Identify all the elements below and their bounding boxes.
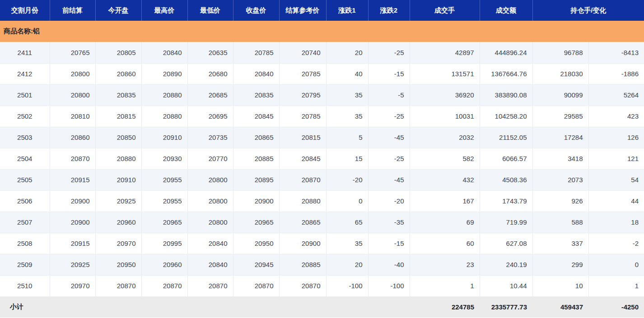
value-cell: 337 — [532, 233, 588, 254]
value-cell: -100 — [368, 275, 410, 296]
value-cell: 20 — [326, 254, 368, 275]
value-cell: 20840 — [233, 63, 279, 84]
value-cell: 96788 — [532, 42, 588, 63]
value-cell: 432 — [410, 169, 480, 190]
value-cell: 20815 — [95, 106, 141, 127]
subtotal-value — [187, 296, 233, 318]
value-cell: 20785 — [279, 63, 326, 84]
delivery-month-cell: 2502 — [0, 106, 50, 127]
delivery-month-cell: 2510 — [0, 275, 50, 296]
value-cell: 20840 — [187, 254, 233, 275]
value-cell: 20925 — [50, 254, 95, 275]
subtotal-row: 小计2247852335777.73459437-4250 — [0, 296, 644, 318]
value-cell: 20880 — [141, 106, 187, 127]
value-cell: 20915 — [50, 169, 95, 190]
value-cell: 10.44 — [480, 275, 532, 296]
value-cell: -25 — [368, 106, 410, 127]
value-cell: 20880 — [95, 148, 141, 169]
column-header: 今开盘 — [95, 0, 141, 21]
value-cell: 20955 — [141, 190, 187, 212]
table-row: 241220800208602089020680208402078540-151… — [0, 63, 644, 84]
value-cell: 627.08 — [480, 233, 532, 254]
table-row: 241120765208052084020635207852074020-254… — [0, 42, 644, 63]
table-row: 250920925209502096020840209452088520-402… — [0, 254, 644, 275]
delivery-month-cell: 2509 — [0, 254, 50, 275]
value-cell: 18 — [588, 212, 644, 233]
futures-quotes-table: 交割月份前结算今开盘最高价最低价收盘价结算参考价涨跌1涨跌2成交手成交额持仓手/… — [0, 0, 644, 318]
value-cell: 20810 — [50, 106, 95, 127]
delivery-month-cell: 2504 — [0, 148, 50, 169]
value-cell: 35 — [326, 233, 368, 254]
value-cell: 719.99 — [480, 212, 532, 233]
value-cell: 383890.08 — [480, 84, 532, 106]
value-cell: 1367664.76 — [480, 63, 532, 84]
column-header: 持仓手/变化 — [532, 0, 644, 21]
value-cell: 44 — [588, 190, 644, 212]
value-cell: 20885 — [233, 148, 279, 169]
value-cell: 20930 — [141, 148, 187, 169]
column-header: 涨跌1 — [326, 0, 368, 21]
value-cell: 926 — [532, 190, 588, 212]
value-cell: 20795 — [279, 84, 326, 106]
value-cell: 6066.57 — [480, 148, 532, 169]
value-cell: -15 — [368, 63, 410, 84]
delivery-month-cell: 2411 — [0, 42, 50, 63]
subtotal-value — [95, 296, 141, 318]
value-cell: 20860 — [50, 127, 95, 148]
value-cell: 20945 — [233, 254, 279, 275]
table-row: 250820915209702099520840209502090035-156… — [0, 233, 644, 254]
subtotal-value — [326, 296, 368, 318]
delivery-month-cell: 2503 — [0, 127, 50, 148]
value-cell: 40 — [326, 63, 368, 84]
table-row: 2510209702087020870208702087020870-100-1… — [0, 275, 644, 296]
value-cell: 20870 — [187, 275, 233, 296]
value-cell: -25 — [368, 148, 410, 169]
value-cell: -1886 — [588, 63, 644, 84]
value-cell: 20970 — [95, 233, 141, 254]
value-cell: 17284 — [532, 127, 588, 148]
value-cell: -45 — [368, 169, 410, 190]
value-cell: 20740 — [279, 42, 326, 63]
value-cell: 90099 — [532, 84, 588, 106]
value-cell: 1743.79 — [480, 190, 532, 212]
value-cell: 20870 — [233, 275, 279, 296]
value-cell: 20900 — [279, 233, 326, 254]
value-cell: -2 — [588, 233, 644, 254]
column-header: 成交手 — [410, 0, 480, 21]
column-header: 最低价 — [187, 0, 233, 21]
value-cell: 20925 — [95, 190, 141, 212]
value-cell: 20800 — [187, 190, 233, 212]
value-cell: 20880 — [141, 84, 187, 106]
value-cell: 5 — [326, 127, 368, 148]
column-header: 前结算 — [50, 0, 95, 21]
value-cell: 20845 — [279, 148, 326, 169]
column-header: 成交额 — [480, 0, 532, 21]
value-cell: 20970 — [50, 275, 95, 296]
value-cell: 10031 — [410, 106, 480, 127]
value-cell: 23 — [410, 254, 480, 275]
value-cell: 20960 — [95, 212, 141, 233]
value-cell: 20765 — [50, 42, 95, 63]
value-cell: 20800 — [50, 84, 95, 106]
value-cell: -20 — [368, 190, 410, 212]
value-cell: 60 — [410, 233, 480, 254]
value-cell: 20870 — [279, 275, 326, 296]
value-cell: 0 — [588, 254, 644, 275]
value-cell: 20785 — [279, 106, 326, 127]
value-cell: -5 — [368, 84, 410, 106]
value-cell: 20960 — [141, 254, 187, 275]
column-header: 交割月份 — [0, 0, 50, 21]
subtotal-value: 2335777.73 — [480, 296, 532, 318]
table-row: 25062090020925209552080020900208800-2016… — [0, 190, 644, 212]
value-cell: 20965 — [233, 212, 279, 233]
value-cell: 35 — [326, 84, 368, 106]
subtotal-label: 小计 — [0, 296, 50, 318]
value-cell: 2073 — [532, 169, 588, 190]
value-cell: 121 — [588, 148, 644, 169]
value-cell: 20865 — [279, 212, 326, 233]
value-cell: 20865 — [233, 127, 279, 148]
value-cell: 4508.36 — [480, 169, 532, 190]
value-cell: 20885 — [279, 254, 326, 275]
subtotal-value: 224785 — [410, 296, 480, 318]
subtotal-value — [141, 296, 187, 318]
